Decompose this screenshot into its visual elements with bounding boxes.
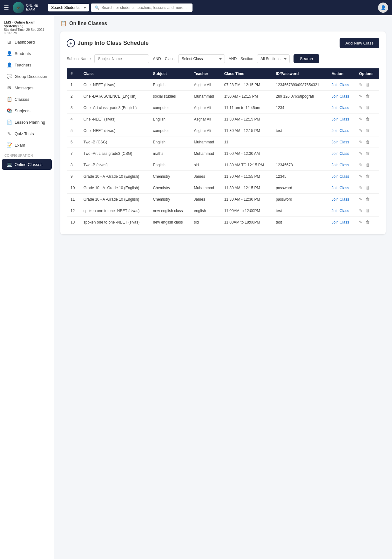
sidebar-item-group-discussion[interactable]: 💬 Group Discussion — [2, 71, 52, 82]
cell-action[interactable]: Join Class — [328, 114, 355, 125]
cell-id: 289 126 0763/tipografi — [272, 91, 328, 102]
cell-num: 8 — [67, 159, 80, 171]
sidebar-item-online-classes[interactable]: 💻 Online Classes — [2, 159, 52, 170]
delete-icon[interactable]: 🗑 — [366, 174, 370, 179]
cell-num: 3 — [67, 102, 80, 114]
cell-teacher: Muhammad — [190, 182, 220, 194]
table-row: 10 Grade 10 - A -Grade 10 (English) Chem… — [67, 182, 379, 194]
delete-icon[interactable]: 🗑 — [366, 117, 370, 121]
delete-icon[interactable]: 🗑 — [366, 197, 370, 202]
cell-options: ✎ 🗑 — [355, 136, 379, 148]
cell-num: 13 — [67, 217, 80, 228]
sidebar-item-quiz-tests[interactable]: ✎ Quiz Tests — [2, 128, 52, 139]
cell-num: 2 — [67, 91, 80, 102]
avatar[interactable]: 👤 — [378, 3, 388, 13]
join-class-link[interactable]: Join Class — [332, 94, 349, 99]
sidebar-item-label: Exam — [15, 143, 25, 148]
cell-action[interactable]: Join Class — [328, 148, 355, 159]
cell-action[interactable]: Join Class — [328, 182, 355, 194]
join-class-link[interactable]: Join Class — [332, 197, 349, 202]
edit-icon[interactable]: ✎ — [359, 174, 362, 179]
sidebar-item-label: Teachers — [15, 63, 31, 67]
delete-icon[interactable]: 🗑 — [366, 220, 370, 224]
search-button[interactable]: Search — [294, 54, 319, 63]
join-class-link[interactable]: Join Class — [332, 151, 349, 156]
app-meta-title: LMS - Online Exam System(2.5) — [4, 20, 50, 28]
sidebar-item-teachers[interactable]: 👤 Teachers — [2, 59, 52, 70]
delete-icon[interactable]: 🗑 — [366, 185, 370, 190]
sidebar-item-messages[interactable]: ✉ Messages — [2, 82, 52, 93]
sidebar-item-subjects[interactable]: 📚 Subjects — [2, 105, 52, 116]
join-class-link[interactable]: Join Class — [332, 163, 349, 167]
delete-icon[interactable]: 🗑 — [366, 151, 370, 156]
sidebar-item-label: Online Classes — [15, 162, 42, 167]
join-class-link[interactable]: Join Class — [332, 186, 349, 190]
delete-icon[interactable]: 🗑 — [366, 208, 370, 213]
search-category-select[interactable]: Search Students Search Teachers Search L… — [48, 4, 89, 11]
sidebar-item-dashboard[interactable]: ⊞ Dashboard — [2, 37, 52, 47]
col-header-time: Class Time — [220, 68, 272, 79]
col-header-class: Class — [80, 68, 149, 79]
delete-icon[interactable]: 🗑 — [366, 105, 370, 110]
cell-subject: English — [149, 114, 190, 125]
cell-action[interactable]: Join Class — [328, 205, 355, 217]
delete-icon[interactable]: 🗑 — [366, 162, 370, 167]
edit-icon[interactable]: ✎ — [359, 128, 362, 133]
join-class-link[interactable]: Join Class — [332, 140, 349, 144]
col-header-teacher: Teacher — [190, 68, 220, 79]
delete-icon[interactable]: 🗑 — [366, 94, 370, 99]
main-layout: LMS - Online Exam System(2.5) Standard T… — [0, 15, 392, 559]
join-class-link[interactable]: Join Class — [332, 106, 349, 110]
join-class-link[interactable]: Join Class — [332, 174, 349, 179]
delete-icon[interactable]: 🗑 — [366, 140, 370, 144]
edit-icon[interactable]: ✎ — [359, 208, 362, 213]
table-row: 1 One -NEET (sivas) English Asghar Ali 0… — [67, 79, 379, 91]
cell-subject: English — [149, 136, 190, 148]
cell-action[interactable]: Join Class — [328, 136, 355, 148]
sidebar-item-label: Messages — [15, 86, 33, 90]
app-meta-time: Standard Time: 29 Sep 2021 05:37 PM — [4, 28, 50, 35]
cell-action[interactable]: Join Class — [328, 159, 355, 171]
cell-action[interactable]: Join Class — [328, 91, 355, 102]
cell-id — [272, 148, 328, 159]
join-class-link[interactable]: Join Class — [332, 83, 349, 87]
sidebar-item-exam[interactable]: 📝 Exam — [2, 140, 52, 150]
join-class-link[interactable]: Join Class — [332, 117, 349, 121]
cell-action[interactable]: Join Class — [328, 194, 355, 205]
group-discussion-icon: 💬 — [6, 74, 12, 79]
search-input[interactable] — [101, 5, 189, 10]
join-class-link[interactable]: Join Class — [332, 220, 349, 224]
class-filter-label: Class — [165, 57, 174, 61]
sidebar-item-classes[interactable]: 📋 Classes — [2, 94, 52, 105]
sidebar-item-lesson-planning[interactable]: 📄 Lesson Planning — [2, 117, 52, 128]
cell-action[interactable]: Join Class — [328, 79, 355, 91]
sidebar-item-students[interactable]: 👤 Students — [2, 48, 52, 59]
delete-icon[interactable]: 🗑 — [366, 128, 370, 133]
delete-icon[interactable]: 🗑 — [366, 82, 370, 87]
edit-icon[interactable]: ✎ — [359, 197, 362, 202]
class-select[interactable]: Select Class One Two Grade 10 Spoken One… — [178, 54, 225, 63]
cell-action[interactable]: Join Class — [328, 125, 355, 136]
edit-icon[interactable]: ✎ — [359, 117, 362, 121]
card-header: + Jump Into Class Schedule Add New Class — [67, 38, 379, 48]
cell-teacher: sid — [190, 217, 220, 228]
edit-icon[interactable]: ✎ — [359, 162, 362, 167]
edit-icon[interactable]: ✎ — [359, 151, 362, 156]
edit-icon[interactable]: ✎ — [359, 185, 362, 190]
edit-icon[interactable]: ✎ — [359, 82, 362, 87]
search-icon: 🔍 — [95, 5, 99, 10]
cell-action[interactable]: Join Class — [328, 217, 355, 228]
section-select[interactable]: All Sections A B CSG sivas English — [257, 54, 290, 63]
edit-icon[interactable]: ✎ — [359, 94, 362, 99]
edit-icon[interactable]: ✎ — [359, 220, 362, 224]
cell-action[interactable]: Join Class — [328, 102, 355, 114]
edit-icon[interactable]: ✎ — [359, 105, 362, 110]
table-row: 2 One -DATA SCIENCE (English) social stu… — [67, 91, 379, 102]
subject-name-input[interactable] — [94, 54, 149, 63]
add-new-class-button[interactable]: Add New Class — [340, 38, 379, 48]
cell-action[interactable]: Join Class — [328, 171, 355, 182]
join-class-link[interactable]: Join Class — [332, 128, 349, 133]
edit-icon[interactable]: ✎ — [359, 140, 362, 144]
hamburger-menu[interactable]: ☰ — [4, 4, 9, 11]
join-class-link[interactable]: Join Class — [332, 209, 349, 213]
